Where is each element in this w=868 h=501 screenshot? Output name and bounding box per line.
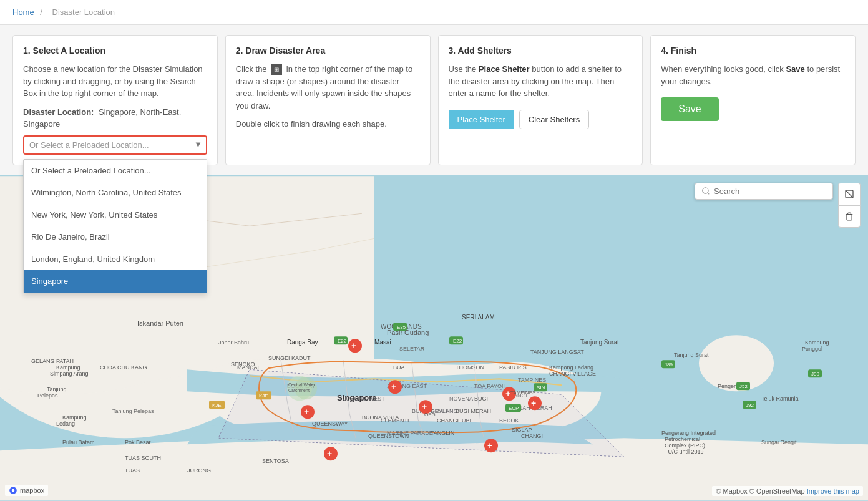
svg-text:CHANGI VILLAGE: CHANGI VILLAGE: [549, 371, 596, 377]
svg-text:BUONA VISTA: BUONA VISTA: [362, 414, 399, 421]
svg-text:TANGLIN: TANGLIN: [431, 430, 454, 436]
svg-text:- U/C until 2019: - U/C until 2019: [665, 449, 704, 455]
step4-body: When everything looks good, click Save t…: [661, 63, 845, 121]
svg-text:+: +: [304, 407, 309, 417]
svg-text:Kampong Ladang: Kampong Ladang: [549, 364, 593, 371]
svg-text:Johor Bahru: Johor Bahru: [218, 339, 249, 346]
svg-text:Teluk Ramunia: Teluk Ramunia: [761, 396, 799, 402]
improve-map-link[interactable]: Improve this map: [807, 487, 859, 495]
svg-text:E22: E22: [453, 338, 462, 344]
breadcrumb-home[interactable]: Home: [12, 7, 34, 17]
draw-icon: ⊞: [271, 64, 282, 75]
map-controls: [838, 183, 861, 228]
mapbox-logo: mapbox: [5, 485, 48, 496]
location-select[interactable]: Or Select a Preloaded Location... Wilmin…: [23, 135, 207, 155]
svg-text:+: +: [422, 402, 427, 412]
svg-text:+: +: [391, 382, 396, 392]
step3-card: 3. Add Shelters Use the Place Shelter bu…: [438, 35, 643, 165]
svg-text:J89: J89: [665, 362, 673, 367]
save-button[interactable]: Save: [661, 97, 718, 121]
svg-text:Iskandar Puteri: Iskandar Puteri: [137, 319, 183, 327]
step4-save-text: Save: [786, 64, 804, 74]
svg-text:Ledang: Ledang: [56, 421, 75, 427]
svg-text:Kampung: Kampung: [805, 339, 829, 346]
map-attribution: © Mapbox © OpenStreetMap Improve this ma…: [712, 486, 863, 496]
svg-text:Tanjung Surat: Tanjung Surat: [580, 339, 619, 346]
svg-text:SIN: SIN: [537, 385, 545, 391]
svg-text:+: +: [531, 398, 536, 408]
step3-desc: Use the Place Shelter button to add a sh…: [449, 63, 633, 100]
svg-text:Simpang Arang: Simpang Arang: [50, 371, 89, 377]
step3-use-text: Use the: [449, 64, 477, 74]
step2-line1: Click the ⊞ in the top right corner of t…: [236, 63, 420, 112]
shelter-buttons: Place Shelter Clear Shelters: [449, 110, 633, 129]
step2-line3: Double click to finish drawing each shap…: [236, 118, 420, 130]
svg-text:J90: J90: [811, 371, 819, 377]
svg-text:Pulau Batam: Pulau Batam: [62, 439, 95, 445]
svg-text:Kampung: Kampung: [56, 364, 80, 371]
step4-when-text: When everything looks good, click: [661, 64, 784, 74]
svg-text:THOMSON: THOMSON: [456, 364, 484, 371]
main-content: 1. Select A Location Choose a new locati…: [0, 25, 868, 501]
step4-card: 4. Finish When everything looks good, cl…: [650, 35, 856, 165]
step3-title: 3. Add Shelters: [449, 46, 633, 56]
page-wrapper: Home / Disaster Location 1. Select A Loc…: [0, 0, 868, 501]
svg-text:TAMPINES: TAMPINES: [510, 390, 535, 396]
svg-text:BUA: BUA: [393, 364, 405, 371]
dropdown-item-wilmington[interactable]: Wilmington, North Carolina, United State…: [24, 182, 207, 204]
svg-text:KJE: KJE: [212, 402, 222, 408]
dropdown-item-rio[interactable]: Rio De Janeiro, Brazil: [24, 226, 207, 248]
step1-title: 1. Select A Location: [23, 46, 207, 56]
step4-title: 4. Finish: [661, 46, 845, 56]
clear-shelters-button[interactable]: Clear Shelters: [519, 110, 589, 129]
map-draw-button[interactable]: [838, 183, 861, 205]
svg-text:OPG: OPG: [424, 412, 436, 417]
attribution-text: © Mapbox © OpenStreetMap: [716, 487, 804, 495]
dropdown-item-newyork[interactable]: New York, New York, United States: [24, 204, 207, 226]
svg-text:Pok Besar: Pok Besar: [125, 439, 151, 445]
svg-text:ECP: ECP: [509, 406, 519, 411]
dropdown-item-singapore[interactable]: Singapore: [24, 270, 207, 293]
mapbox-logo-icon: [9, 486, 17, 495]
map-search-input[interactable]: [714, 187, 826, 196]
svg-text:QUEENSTOWN: QUEENSTOWN: [368, 433, 409, 439]
svg-text:+: +: [327, 449, 332, 459]
svg-text:PASIR RIS: PASIR RIS: [499, 364, 527, 371]
svg-text:QUEENSWAY: QUEENSWAY: [312, 421, 348, 427]
svg-text:CHANGI: CHANGI: [437, 417, 459, 424]
svg-text:TANJUNG LANGSAT: TANJUNG LANGSAT: [530, 349, 584, 355]
place-shelter-button[interactable]: Place Shelter: [449, 110, 514, 129]
svg-text:MANDAL: MANDAL: [237, 364, 261, 371]
map-search-box[interactable]: [695, 183, 833, 200]
steps-bar: 1. Select A Location Choose a new locati…: [0, 25, 868, 175]
mapbox-logo-text: mapbox: [20, 487, 44, 494]
breadcrumb: Home / Disaster Location: [0, 0, 868, 25]
svg-text:SUNGEI KADUT: SUNGEI KADUT: [268, 355, 311, 361]
location-select-wrapper[interactable]: Or Select a Preloaded Location... Wilmin…: [23, 135, 207, 155]
breadcrumb-current: Disaster Location: [52, 7, 115, 17]
step3-place-shelter-text: Place Shelter: [479, 64, 530, 74]
svg-text:TUAS SOUTH: TUAS SOUTH: [125, 455, 161, 461]
svg-text:SELETAR: SELETAR: [399, 346, 425, 352]
map-trash-button[interactable]: [838, 205, 861, 228]
breadcrumb-separator: /: [40, 7, 42, 17]
step1-body: Choose a new location for the Disaster S…: [23, 63, 207, 155]
svg-point-114: [703, 188, 708, 193]
svg-text:Petrochemical: Petrochemical: [665, 436, 700, 442]
svg-text:Tanjung Pelepas: Tanjung Pelepas: [112, 408, 154, 414]
dropdown-item-london[interactable]: London, England, United Kingdom: [24, 248, 207, 271]
svg-text:Tanjung: Tanjung: [47, 386, 67, 392]
svg-text:E22: E22: [338, 338, 347, 344]
svg-text:GELANG PATAH: GELANG PATAH: [31, 358, 74, 364]
svg-text:+: +: [351, 341, 356, 351]
svg-text:Pasir Gudang: Pasir Gudang: [387, 329, 429, 336]
step1-card: 1. Select A Location Choose a new locati…: [12, 35, 218, 165]
svg-text:SIGLAP: SIGLAP: [512, 427, 532, 433]
dropdown-item-placeholder[interactable]: Or Select a Preloaded Location...: [24, 160, 207, 182]
svg-text:Punggol: Punggol: [802, 346, 822, 352]
svg-text:+: +: [505, 389, 510, 399]
svg-text:J92: J92: [746, 402, 754, 408]
svg-text:TAMPINES: TAMPINES: [518, 377, 546, 383]
svg-text:BUGI MERAH: BUGI MERAH: [456, 408, 491, 414]
step3-body: Use the Place Shelter button to add a sh…: [449, 63, 633, 129]
